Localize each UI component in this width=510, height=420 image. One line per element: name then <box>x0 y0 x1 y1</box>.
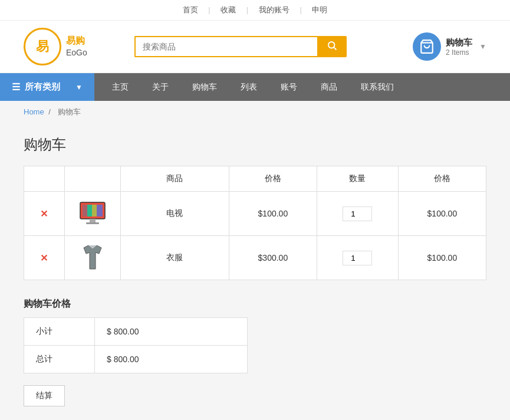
product-image-1 <box>78 199 107 228</box>
search-input[interactable] <box>134 36 317 57</box>
nav-cart[interactable]: 购物车 <box>180 74 229 101</box>
menu-icon: ☰ <box>12 81 20 93</box>
logo-symbol: 易 <box>36 38 49 55</box>
product-qty-cell-1 <box>317 192 399 236</box>
th-price: 价格 <box>229 166 317 192</box>
nav-list[interactable]: 列表 <box>229 74 269 101</box>
divider1: | <box>208 5 210 14</box>
page-title: 购物车 <box>24 135 486 154</box>
nav-items: 主页 关于 购物车 列表 账号 商品 联系我们 <box>94 74 412 101</box>
cart-icon <box>413 32 441 61</box>
logo: 易 易购 EoGo <box>24 28 87 65</box>
logo-zh: 易购 <box>66 34 87 47</box>
divider3: | <box>300 5 301 14</box>
categories-chevron-icon: ▼ <box>75 83 83 91</box>
svg-rect-9 <box>97 205 103 216</box>
th-total: 价格 <box>398 166 486 192</box>
product-qty-cell-2 <box>317 236 399 280</box>
svg-rect-6 <box>83 205 87 216</box>
breadcrumb-home[interactable]: Home <box>24 107 44 116</box>
svg-rect-7 <box>87 205 92 216</box>
cart-chevron-icon: ▼ <box>479 42 486 51</box>
cart-count: 2 Items <box>446 48 472 57</box>
nav-account[interactable]: 账号 <box>269 74 309 101</box>
product-name-1: 电视 <box>121 192 229 236</box>
table-row: ✕ 衣服 $300.00 $100.00 <box>24 236 486 280</box>
price-section-title: 购物车价格 <box>24 298 486 310</box>
main-navigation: ☰ 所有类别 ▼ 主页 关于 购物车 列表 账号 商品 联系我们 <box>0 73 510 101</box>
table-row: ✕ <box>24 192 486 236</box>
total-label: 总计 <box>24 346 95 373</box>
svg-point-0 <box>328 42 335 48</box>
product-total-1: $100.00 <box>398 192 486 236</box>
header: 易 易购 EoGo 购物车 2 Items ▼ <box>0 21 510 73</box>
nav-contact[interactable]: 联系我们 <box>349 74 406 101</box>
page-content: 购物车 商品 价格 数量 价格 ✕ <box>0 123 510 420</box>
remove-item-1-button[interactable]: ✕ <box>40 209 48 219</box>
topnav-account[interactable]: 我的账号 <box>259 5 289 14</box>
total-row: 总计 $ 800.00 <box>24 346 248 373</box>
product-image-2 <box>78 243 107 273</box>
product-image-cell-2 <box>64 236 120 280</box>
total-value: $ 800.00 <box>95 346 248 373</box>
logo-circle: 易 <box>24 28 61 65</box>
topnav-home[interactable]: 首页 <box>183 5 198 14</box>
subtotal-value: $ 800.00 <box>95 318 248 346</box>
th-qty: 数量 <box>317 166 399 192</box>
checkout-button[interactable]: 结算 <box>24 385 65 406</box>
svg-rect-11 <box>86 222 99 224</box>
divider2: | <box>246 5 248 14</box>
cart-table: 商品 价格 数量 价格 ✕ <box>24 166 486 280</box>
th-remove <box>24 166 65 192</box>
quantity-input-2[interactable] <box>343 251 372 265</box>
breadcrumb-current: 购物车 <box>58 107 81 116</box>
search-button[interactable] <box>317 36 347 57</box>
product-price-1: $100.00 <box>229 192 317 236</box>
cart-area[interactable]: 购物车 2 Items ▼ <box>413 32 486 61</box>
th-img <box>64 166 120 192</box>
remove-cell-1: ✕ <box>24 192 65 236</box>
th-product: 商品 <box>121 166 229 192</box>
svg-rect-8 <box>92 205 97 216</box>
topnav-favorites[interactable]: 收藏 <box>221 5 236 14</box>
svg-line-1 <box>334 47 336 50</box>
subtotal-label: 小计 <box>24 318 95 346</box>
svg-rect-10 <box>90 219 96 222</box>
all-categories-label: 所有类别 <box>25 81 60 93</box>
cart-info: 购物车 2 Items <box>446 37 472 57</box>
nav-products[interactable]: 商品 <box>309 74 349 101</box>
breadcrumb-separator: / <box>48 107 51 116</box>
search-bar <box>134 36 347 57</box>
remove-item-2-button[interactable]: ✕ <box>40 253 48 263</box>
product-image-cell-1 <box>64 192 120 236</box>
nav-about[interactable]: 关于 <box>140 74 180 101</box>
logo-en: EoGo <box>66 47 87 59</box>
price-summary-table: 小计 $ 800.00 总计 $ 800.00 <box>24 317 248 373</box>
nav-home[interactable]: 主页 <box>100 74 140 101</box>
logo-text: 易购 EoGo <box>66 34 87 59</box>
subtotal-row: 小计 $ 800.00 <box>24 318 248 346</box>
remove-cell-2: ✕ <box>24 236 65 280</box>
all-categories-button[interactable]: ☰ 所有类别 ▼ <box>0 73 94 101</box>
cart-label: 购物车 <box>446 37 472 48</box>
breadcrumb: Home / 购物车 <box>0 101 510 123</box>
product-price-2: $300.00 <box>229 236 317 280</box>
top-navigation: 首页 | 收藏 | 我的账号 | 申明 <box>0 0 510 21</box>
product-name-2: 衣服 <box>121 236 229 280</box>
topnav-disclaimer[interactable]: 申明 <box>312 5 327 14</box>
quantity-input-1[interactable] <box>343 206 372 221</box>
product-total-2: $100.00 <box>398 236 486 280</box>
